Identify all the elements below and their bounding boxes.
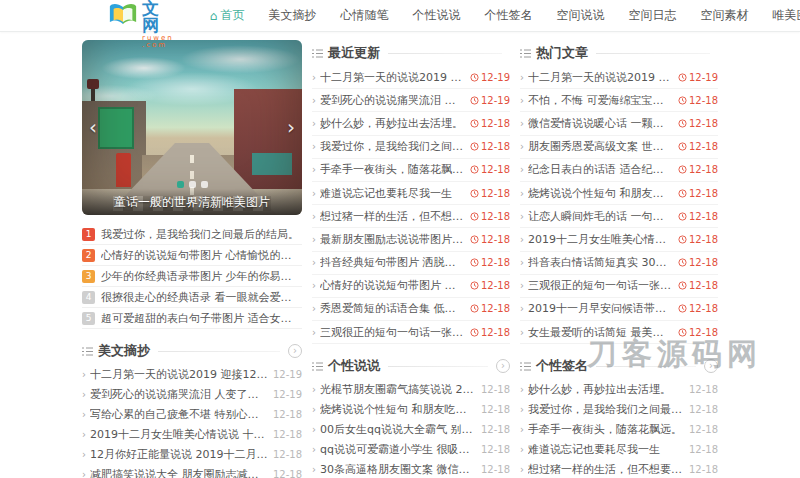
nav-item-kongjian-shuoshuo[interactable]: 空间说说	[544, 7, 616, 24]
article-row[interactable]: 秀恩爱简短的话语合集 低调又强势的秀... 12-18	[312, 298, 510, 321]
left-column: ‹ › 童话一般的世界清新唯美图片 1 我爱过你，是我给我们之间最后的结局。 2…	[82, 40, 302, 478]
site-name: 瑞文网	[142, 0, 160, 35]
site-logo[interactable]: 瑞文网 ruwen .com	[108, 0, 174, 49]
article-row[interactable]: 想过猪一样的生活，但不想要猪一样的结... 12-18	[312, 205, 510, 228]
article-row[interactable]: 抖音表白情话简短真实 30句简短的表白... 12-18	[520, 252, 718, 275]
article-row[interactable]: 妙什么妙，再妙拉出去活埋。 12-18	[520, 379, 718, 399]
article-row[interactable]: 爱到死心的说说痛哭流泪 人变了心言而无信 12-19	[82, 384, 302, 404]
bullet-arrow-icon	[312, 256, 320, 269]
article-row[interactable]: qq说说可爱霸道小学生 很吸引人的非主流... 12-18	[312, 439, 510, 459]
article-title: 2019十二月女生唯美心情说说 十二月你好...	[90, 427, 268, 442]
article-row[interactable]: 让恋人瞬间炸毛的话 一句话让对象生气翻脸 12-18	[520, 205, 718, 228]
article-row[interactable]: 我爱过你，是我给我们之间最后的结局。 12-18	[520, 399, 718, 419]
bullet-arrow-icon	[520, 256, 528, 269]
article-row[interactable]: 十二月第一天的说说2019 迎接12月的说... 12-19	[312, 66, 510, 89]
article-row[interactable]: 想过猪一样的生活，但不想要猪一样的结局。 12-18	[520, 459, 718, 478]
clock-icon	[678, 142, 687, 151]
article-row[interactable]: 三观很正的短句一句话一张图 过日子是过... 12-18	[312, 321, 510, 344]
slider-dot-2[interactable]	[189, 181, 196, 188]
article-row[interactable]: 最新朋友圈励志说说带图片 鼓励自己努力... 12-18	[312, 228, 510, 251]
ranked-list-item[interactable]: 1 我爱过你，是我给我们之间最后的结局。	[82, 224, 302, 245]
article-row[interactable]: 2019十二月女生唯美心情说说 十二月你... 12-18	[520, 228, 718, 251]
article-row[interactable]: 我爱过你，是我给我们之间最后的结局。 12-18	[312, 136, 510, 159]
article-date: 12-18	[273, 409, 302, 420]
nav-item-xinqing[interactable]: 心情随笔	[328, 7, 400, 24]
article-row[interactable]: 难道说忘记也要耗尽我一生 12-18	[312, 182, 510, 205]
article-row[interactable]: 00后女生qq说说大全霸气 别说对不起我不... 12-18	[312, 419, 510, 439]
bullet-arrow-icon	[312, 163, 320, 176]
article-row[interactable]: 妙什么妙，再妙拉出去活埋。 12-18	[312, 112, 510, 135]
article-row[interactable]: 写给心累的自己疲惫不堪 特别心累的句子20... 12-18	[82, 404, 302, 424]
article-row[interactable]: 2019十二月女生唯美心情说说 十二月你好... 12-18	[82, 424, 302, 444]
article-row[interactable]: 光棍节朋友圈霸气搞笑说说 2019双十一光... 12-18	[312, 379, 510, 399]
clock-icon	[678, 96, 687, 105]
article-title: 我爱过你，是我给我们之间最后的结局。	[320, 139, 465, 154]
article-row[interactable]: 手牵手一夜街头，随落花飘远。 12-18	[312, 159, 510, 182]
ranked-list-item[interactable]: 3 少年的你经典语录带图片 少年的你易烊千玺台词	[82, 266, 302, 287]
article-row[interactable]: 难道说忘记也要耗尽我一生 12-18	[520, 439, 718, 459]
article-title: 抖音表白情话简短真实 30句简短的表白...	[528, 255, 673, 270]
more-arrow-icon[interactable]: ›	[704, 359, 718, 373]
divider	[388, 366, 488, 367]
bullet-arrow-icon	[312, 210, 320, 223]
article-row[interactable]: 2019十一月早安问候语带图片 最新11月... 12-18	[520, 298, 718, 321]
nav-item-kongjian-rizhi[interactable]: 空间日志	[616, 7, 688, 24]
article-row[interactable]: 纪念日表白的话语 适合纪念日发的甜蜜说说 12-18	[520, 159, 718, 182]
article-title: 烧烤说说个性短句 和朋友吃烧烤的心情说说	[528, 186, 673, 201]
article-title: 微信爱情说说暖心话 一颗心融化的幸福爱...	[528, 116, 673, 131]
article-date: 12-18	[678, 118, 718, 129]
article-row[interactable]: 微信爱情说说暖心话 一颗心融化的幸福爱... 12-18	[520, 112, 718, 135]
article-row[interactable]: 烧烤说说个性短句 和朋友吃烧烤的心情说说 12-18	[520, 182, 718, 205]
article-row[interactable]: 心情好的说说短句带图片 心情愉悦的简单... 12-18	[312, 275, 510, 298]
nav-item-qianming[interactable]: 个性签名	[472, 7, 544, 24]
article-date: 12-18	[678, 327, 718, 338]
bullet-arrow-icon	[312, 326, 320, 339]
article-title: 难道说忘记也要耗尽我一生	[528, 442, 684, 457]
article-row[interactable]: 三观很正的短句一句话一张图 过日子是过... 12-18	[520, 275, 718, 298]
clock-icon	[470, 258, 479, 267]
clock-icon	[470, 235, 479, 244]
article-title: 三观很正的短句一句话一张图 过日子是过...	[320, 325, 465, 340]
image-slider[interactable]: ‹ › 童话一般的世界清新唯美图片	[82, 40, 302, 215]
ranked-list-item[interactable]: 2 心情好的说说短句带图片 心情愉悦的简单说说	[82, 245, 302, 266]
article-row[interactable]: 女生最爱听的话简短 最美情话给女朋友 12-18	[520, 321, 718, 344]
nav-item-meiwen[interactable]: 美文摘抄	[256, 7, 328, 24]
article-row[interactable]: 手牵手一夜街头，随落花飘远。 12-18	[520, 419, 718, 439]
nav-item-kongjian-sucai[interactable]: 空间素材	[688, 7, 760, 24]
article-row[interactable]: 朋友圈秀恩爱高级文案 世界一般但你超值 12-18	[520, 136, 718, 159]
list-icon	[312, 49, 323, 58]
article-row[interactable]: 减肥搞笑说说大全 朋友圈励志减肥的说说心情 12-18	[82, 464, 302, 478]
article-date: 12-18	[481, 464, 510, 475]
slider-dot-3[interactable]	[201, 181, 208, 188]
bullet-arrow-icon	[520, 163, 528, 176]
ranked-list-item[interactable]: 4 很撩很走心的经典语录 看一眼就会爱上的撩句子	[82, 287, 302, 308]
nav-item-home[interactable]: ⌂ 首页	[198, 7, 257, 24]
ranked-list-item[interactable]: 5 超可爱超甜的表白句子带图片 适合女生情话说说	[82, 308, 302, 329]
clock-icon	[470, 165, 479, 174]
clock-icon	[470, 189, 479, 198]
article-row[interactable]: 十二月第一天的说说2019 迎接12月的说... 12-19	[520, 66, 718, 89]
slider-next-arrow-icon[interactable]: ›	[287, 117, 295, 137]
article-row[interactable]: 十二月第一天的说说2019 迎接12月的说说... 12-19	[82, 364, 302, 384]
article-date: 12-18	[273, 469, 302, 478]
nav-item-shuoshuo[interactable]: 个性说说	[400, 7, 472, 24]
article-title: 三观很正的短句一句话一张图 过日子是过...	[528, 278, 673, 293]
more-arrow-icon[interactable]: ›	[288, 344, 302, 358]
article-row[interactable]: 烧烤说说个性短句 和朋友吃烧烤的心情说说 12-18	[312, 399, 510, 419]
article-row[interactable]: 12月你好正能量说说 2019十二月正能量经... 12-18	[82, 444, 302, 464]
more-arrow-icon[interactable]: ›	[496, 359, 510, 373]
article-row[interactable]: 抖音经典短句带图片 洒脱精辟的经典说说 12-18	[312, 252, 510, 275]
article-title: 十二月第一天的说说2019 迎接12月的说...	[320, 70, 465, 85]
slider-dot-1[interactable]	[177, 181, 184, 188]
article-row[interactable]: 30条高逼格朋友圈文案 微信个性说说大全0... 12-18	[312, 459, 510, 478]
clock-icon	[678, 258, 687, 267]
article-date: 12-18	[678, 257, 718, 268]
article-row[interactable]: 不怕，不悔 可爱海绵宝宝图片 12-18	[520, 89, 718, 112]
slider-prev-arrow-icon[interactable]: ‹	[89, 117, 97, 137]
slider-caption[interactable]: 童话一般的世界清新唯美图片	[82, 189, 302, 215]
bullet-arrow-icon	[312, 279, 320, 292]
clock-icon	[678, 304, 687, 313]
section-title: 个性签名	[536, 357, 588, 375]
article-row[interactable]: 爱到死心的说说痛哭流泪 人变了心言而无信 12-19	[312, 89, 510, 112]
nav-item-weimei-tupian[interactable]: 唯美图片	[760, 7, 800, 24]
